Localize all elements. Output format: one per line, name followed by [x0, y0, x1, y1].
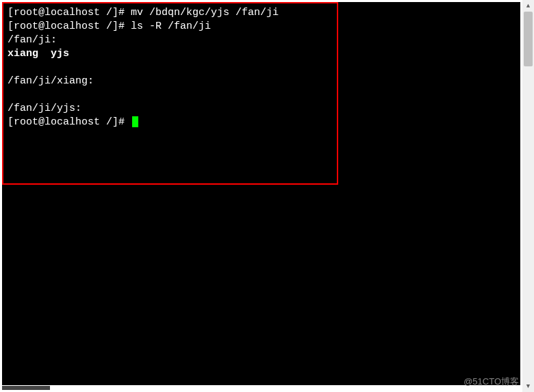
terminal-line: /fan/ji/xiang:	[8, 75, 333, 88]
terminal-line: /fan/ji:	[8, 34, 333, 47]
vertical-scrollbar[interactable]: ▲ ▼	[522, 0, 534, 392]
terminal-line	[8, 61, 333, 75]
highlighted-region: [root@localhost /]# mv /bdqn/kgc/yjs /fa…	[2, 2, 338, 185]
watermark-text: @51CTO博客	[463, 376, 519, 388]
scroll-up-button[interactable]: ▲	[522, 0, 534, 12]
terminal-line: /fan/ji/yjs:	[8, 102, 333, 116]
terminal-output: [root@localhost /]# mv /bdqn/kgc/yjs /fa…	[8, 6, 333, 129]
scrollbar-track[interactable]	[522, 12, 534, 380]
shell-prompt: [root@localhost /]#	[8, 116, 131, 128]
scroll-down-button[interactable]: ▼	[522, 380, 534, 392]
shell-command: mv /bdqn/kgc/yjs /fan/ji	[131, 7, 279, 18]
terminal-line	[8, 88, 333, 102]
terminal-line: xiang yjs	[8, 47, 333, 61]
shell-prompt: [root@localhost /]#	[8, 7, 131, 18]
shell-command: ls -R /fan/ji	[131, 21, 211, 32]
watermark-bar	[2, 386, 50, 390]
terminal-line: [root@localhost /]#	[8, 116, 333, 129]
shell-prompt: [root@localhost /]#	[8, 21, 131, 32]
terminal-line: [root@localhost /]# mv /bdqn/kgc/yjs /fa…	[8, 6, 333, 20]
cursor	[132, 116, 138, 127]
terminal-window[interactable]: [root@localhost /]# mv /bdqn/kgc/yjs /fa…	[2, 2, 520, 385]
scrollbar-thumb[interactable]	[524, 12, 533, 66]
terminal-line: [root@localhost /]# ls -R /fan/ji	[8, 20, 333, 34]
